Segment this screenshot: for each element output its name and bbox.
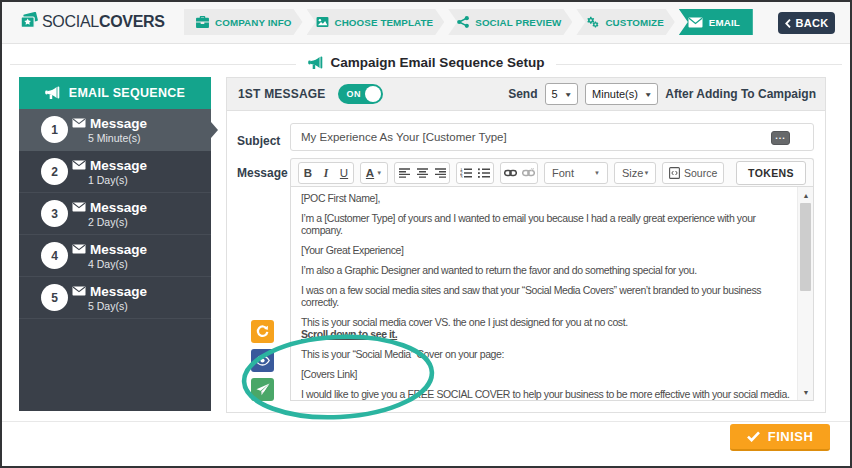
sequence-item-4[interactable]: 4 Message 4 Day(s) [19,235,211,277]
sequence-item-5[interactable]: 5 Message 5 Day(s) [19,277,211,319]
sidebar-header-label: EMAIL SEQUENCE [69,86,186,100]
message-label: Message [237,166,288,180]
text-color-button[interactable]: A▼ [361,163,387,183]
envelope-icon [72,244,86,254]
underline-button[interactable]: U [335,163,353,183]
step-label: SOCIAL PREVIEW [475,17,561,28]
paragraph: I was on a few social media sites and sa… [301,284,794,308]
delay-value-select[interactable]: 5 ▼ [545,83,579,105]
bold-button[interactable]: B [299,163,317,183]
chevron-down-icon: ▼ [564,91,572,98]
item-subtitle: 4 Day(s) [88,258,147,270]
ordered-list-icon: 123 [460,168,472,178]
align-left-button[interactable] [395,163,413,183]
envelope-icon [72,286,86,296]
brand-logo[interactable]: SOCIALCOVERS [19,12,165,32]
eye-icon [255,355,270,366]
subject-tokens-button[interactable]: ... [771,131,790,145]
item-subtitle: 5 Day(s) [88,300,147,312]
paragraph: This is your “Social Media” Cover on you… [301,348,794,360]
back-button[interactable]: BACK [778,12,835,34]
link-group [500,162,538,184]
logo-covers-icon [19,12,40,32]
message-editor-panel: 1ST MESSAGE ON Send 5 ▼ Minute(s) ▼ Afte… [226,77,826,413]
delay-value: 5 [552,88,558,100]
editor-scrollbar[interactable]: ▲ ▼ [797,187,813,400]
delay-unit-select[interactable]: Minute(s) ▼ [585,83,658,105]
step-company-info[interactable]: COMPANY INFO [184,9,303,35]
align-center-button[interactable] [413,163,431,183]
link-button[interactable] [501,163,519,183]
toggle-state-label: ON [347,89,362,99]
wizard-steps: COMPANY INFO CHOOSE TEMPLATE SOCIAL PREV… [184,9,753,35]
step-label: CHOOSE TEMPLATE [335,17,434,28]
refresh-button[interactable] [251,320,274,343]
ellipsis-icon: ... [775,134,786,139]
step-email[interactable]: EMAIL [679,9,753,35]
paragraph: This is your social media cover VS. the … [301,316,794,340]
subject-label: Subject [237,134,280,148]
item-subtitle: 1 Day(s) [88,174,147,186]
message-body-editor[interactable]: [POC First Name], I’m a [Customer Type] … [290,186,814,401]
align-center-icon [417,168,428,178]
chevron-down-icon: ▼ [594,170,600,176]
bullet-list-icon [478,168,490,178]
scroll-up-arrow[interactable]: ▲ [798,188,814,202]
sequence-item-2[interactable]: 2 Message 1 Day(s) [19,151,211,193]
page-title-text: Campaign Email Sequence Setup [331,55,545,70]
envelope-icon [72,160,86,170]
unlink-icon [522,168,535,177]
toggle-knob [365,86,381,102]
preview-button[interactable] [251,349,274,372]
font-select[interactable]: Font ▼ [544,162,608,184]
scroll-down-arrow[interactable]: ▼ [798,385,814,399]
chevron-left-icon [785,19,791,28]
sequence-item-3[interactable]: 3 Message 2 Day(s) [19,193,211,235]
message-ordinal-label: 1ST MESSAGE [238,87,326,101]
source-button[interactable]: Source [662,162,724,184]
svg-text:3: 3 [460,174,463,177]
panel-header: 1ST MESSAGE ON Send 5 ▼ Minute(s) ▼ Afte… [227,78,825,111]
message-on-toggle[interactable]: ON [338,84,383,104]
brand-name: SOCIALCOVERS [42,13,165,31]
briefcase-icon [196,16,209,28]
send-test-button[interactable] [251,378,274,401]
size-select[interactable]: Size ▼ [614,162,656,184]
italic-button[interactable]: I [317,163,335,183]
envelope-icon [72,118,86,128]
subject-input[interactable] [290,123,814,151]
gears-icon [585,16,599,28]
item-title: Message [90,200,147,215]
paragraph: I would like to give you a FREE SOCIAL C… [301,388,794,400]
editor-toolbar: B I U A▼ [290,158,814,186]
paragraph: [Covers Link] [301,368,794,380]
megaphone-icon [45,86,61,100]
tokens-label: TOKENS [748,167,794,179]
app-window: SOCIALCOVERS COMPANY INFO CHOOSE TEMPLAT… [0,0,852,468]
item-number: 5 [41,284,68,311]
alignment-group [394,162,450,184]
after-adding-label: After Adding To Campaign [665,87,816,101]
refresh-icon [256,325,269,338]
step-label: EMAIL [709,17,740,28]
item-number: 4 [41,242,68,269]
bullet-list-button[interactable] [475,163,493,183]
scrollbar-thumb[interactable] [800,203,811,291]
finish-button[interactable]: FINISH [730,424,830,451]
paper-plane-icon [256,383,270,396]
unlink-button[interactable] [519,163,537,183]
step-social-preview[interactable]: SOCIAL PREVIEW [448,9,572,35]
item-subtitle: 2 Day(s) [88,216,147,228]
paragraph: [POC First Name], [301,192,794,204]
page-title: Campaign Email Sequence Setup [296,55,557,70]
tokens-button[interactable]: TOKENS [736,161,806,185]
email-sequence-sidebar: EMAIL SEQUENCE 1 Message 5 Minute(s) 2 [19,77,211,411]
paragraph: I’m also a Graphic Designer and wanted t… [301,264,794,276]
size-select-value: Size [622,167,643,179]
ordered-list-button[interactable]: 123 [457,163,475,183]
sequence-item-1[interactable]: 1 Message 5 Minute(s) [19,109,211,151]
step-choose-template[interactable]: CHOOSE TEMPLATE [307,9,445,35]
step-customize[interactable]: CUSTOMIZE [576,9,674,35]
megaphone-icon [308,56,324,70]
align-right-button[interactable] [431,163,449,183]
